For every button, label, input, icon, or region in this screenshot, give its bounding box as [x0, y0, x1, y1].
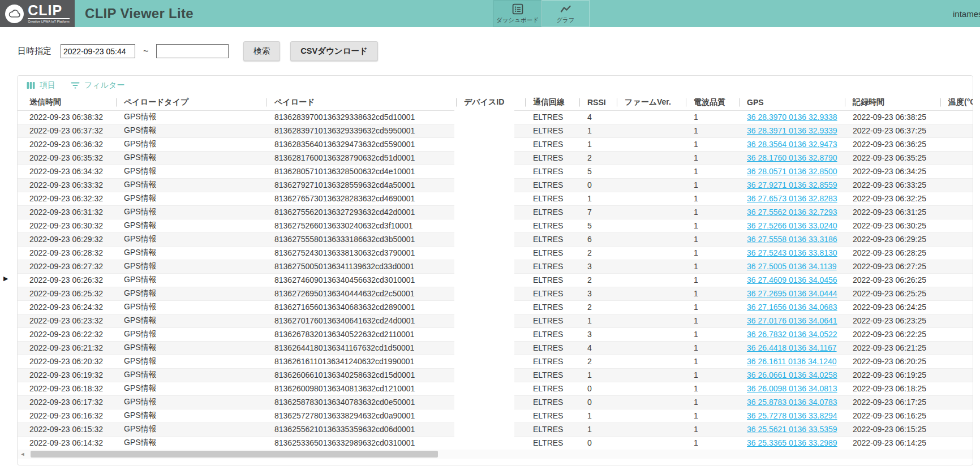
- cell-temp: [940, 287, 973, 300]
- cell-type: GPS情報: [116, 436, 267, 450]
- scroll-left-icon[interactable]: ◄: [18, 451, 28, 457]
- csv-download-button[interactable]: CSVダウンロード: [290, 41, 378, 61]
- gps-link[interactable]: 36 27.5558 0136 33.3186: [747, 235, 837, 244]
- gps-link[interactable]: 36 28.3564 0136 32.9473: [747, 140, 837, 149]
- gps-link[interactable]: 36 27.2695 0136 34.0444: [747, 289, 837, 298]
- gps-link[interactable]: 36 25.5621 0136 33.5359: [747, 425, 837, 434]
- cell-quality: 1: [686, 355, 739, 368]
- gps-link[interactable]: 36 26.4418 0136 34.1167: [747, 343, 837, 352]
- cell-firm: [617, 300, 686, 314]
- gps-link[interactable]: 36 27.0176 0136 34.0641: [747, 316, 837, 325]
- gps-link[interactable]: 36 26.1611 0136 34.1240: [747, 357, 837, 366]
- column-header[interactable]: ファームVer.: [617, 95, 686, 110]
- column-header[interactable]: 記録時間: [845, 95, 940, 110]
- cell-rssi: 6: [579, 232, 617, 246]
- gps-link[interactable]: 36 28.1760 0136 32.8790: [747, 153, 837, 162]
- gps-link[interactable]: 36 27.5005 0136 34.1139: [747, 262, 837, 271]
- cell-recorded: 2022-09-23 06:20:25: [845, 355, 940, 368]
- cell-gps: 36 26.7832 0136 34.0522: [739, 327, 845, 341]
- search-button[interactable]: 検索: [243, 41, 280, 61]
- cell-rssi: 1: [579, 422, 617, 436]
- gps-link[interactable]: 36 27.6573 0136 32.8283: [747, 194, 837, 203]
- tab-dashboard[interactable]: ダッシュボード: [493, 0, 541, 27]
- cell-firm: [617, 219, 686, 232]
- column-header[interactable]: 通信回線: [525, 95, 579, 110]
- cell-send: 2022-09-23 06:15:32: [18, 422, 116, 436]
- page-title: CLIP Viewer Lite: [85, 6, 194, 21]
- cell-line: ELTRES: [525, 355, 579, 368]
- cell-payload: 81362839700136329338632cd5d10001: [267, 110, 456, 124]
- gps-link[interactable]: 36 27.9271 0136 32.8559: [747, 180, 837, 189]
- cell-firm: [617, 273, 686, 287]
- cell-gps: 36 27.5562 0136 32.7293: [739, 205, 845, 219]
- cell-payload: 81362755620136327293632cd42d0001: [267, 205, 456, 219]
- gps-link[interactable]: 36 26.0098 0136 34.0813: [747, 384, 837, 393]
- gps-link[interactable]: 36 26.0661 0136 34.0258: [747, 370, 837, 379]
- gps-link[interactable]: 36 28.3970 0136 32.9338: [747, 113, 837, 122]
- cell-type: GPS情報: [116, 178, 267, 192]
- cell-rssi: 2: [579, 355, 617, 368]
- filter-tool[interactable]: フィルター: [70, 80, 124, 90]
- gps-link[interactable]: 36 27.5562 0136 32.7293: [747, 208, 837, 217]
- column-header[interactable]: ペイロードタイプ: [116, 95, 267, 110]
- tab-graph-label: グラフ: [556, 16, 574, 24]
- cell-quality: 1: [686, 327, 739, 341]
- cell-send: 2022-09-23 06:16:32: [18, 409, 116, 422]
- cell-send: 2022-09-23 06:31:32: [18, 205, 116, 219]
- column-header[interactable]: 電波品質: [686, 95, 739, 110]
- gps-link[interactable]: 36 27.1656 0136 34.0683: [747, 303, 837, 312]
- gps-link[interactable]: 36 27.5266 0136 33.0240: [747, 221, 837, 230]
- cell-recorded: 2022-09-23 06:14:25: [845, 436, 940, 450]
- gps-link[interactable]: 36 28.0571 0136 32.8500: [747, 167, 837, 176]
- gps-link[interactable]: 36 25.8783 0136 34.0783: [747, 398, 837, 407]
- column-header[interactable]: RSSI: [579, 95, 617, 110]
- cell-rssi: 2: [579, 151, 617, 165]
- gps-link[interactable]: 36 27.4609 0136 34.0456: [747, 275, 837, 284]
- cell-gps: 36 28.3564 0136 32.9473: [739, 137, 845, 151]
- cell-gps: 36 27.2695 0136 34.0444: [739, 287, 845, 300]
- drawer-expand-icon[interactable]: ▶: [3, 275, 8, 282]
- cell-gps: 36 27.4609 0136 34.0456: [739, 273, 845, 287]
- cell-line: ELTRES: [525, 409, 579, 422]
- gps-link[interactable]: 36 26.7832 0136 34.0522: [747, 330, 837, 339]
- cell-line: ELTRES: [525, 219, 579, 232]
- horizontal-scrollbar[interactable]: ◄: [18, 450, 973, 459]
- cell-type: GPS情報: [116, 314, 267, 327]
- cell-type: GPS情報: [116, 409, 267, 422]
- grid-viewport: 送信時間ペイロードタイプペイロードデバイスID通信回線RSSIファームVer.電…: [18, 95, 973, 450]
- cell-recorded: 2022-09-23 06:35:25: [845, 151, 940, 165]
- column-header[interactable]: 送信時間: [18, 95, 116, 110]
- gps-link[interactable]: 36 28.3971 0136 32.9339: [747, 126, 837, 135]
- cell-rssi: 1: [579, 124, 617, 137]
- scrollbar-thumb[interactable]: [31, 451, 438, 458]
- cell-type: GPS情報: [116, 260, 267, 273]
- cell-quality: 1: [686, 260, 739, 273]
- app-logo[interactable]: CLIP Creative LPWA IoT Platform: [0, 0, 75, 27]
- gps-link[interactable]: 36 25.3365 0136 33.2989: [747, 438, 837, 447]
- column-header[interactable]: デバイスID: [456, 95, 525, 110]
- cell-temp: [940, 422, 973, 436]
- tab-graph[interactable]: グラフ: [541, 0, 590, 27]
- column-header[interactable]: ペイロード: [267, 95, 456, 110]
- datetime-from-input[interactable]: [61, 44, 135, 58]
- cell-gps: 36 27.1656 0136 34.0683: [739, 300, 845, 314]
- datetime-to-input[interactable]: [156, 44, 229, 58]
- device-id-redaction: [454, 110, 514, 450]
- cell-payload: 81362587830136340783632cd0e50001: [267, 395, 456, 409]
- cell-quality: 1: [686, 300, 739, 314]
- cell-type: GPS情報: [116, 219, 267, 232]
- column-header[interactable]: 温度(°C): [940, 95, 973, 110]
- cell-type: GPS情報: [116, 422, 267, 436]
- cell-firm: [617, 314, 686, 327]
- gps-link[interactable]: 36 25.7278 0136 33.8294: [747, 411, 837, 420]
- cell-firm: [617, 422, 686, 436]
- columns-tool[interactable]: 項目: [27, 80, 55, 90]
- cell-rssi: 0: [579, 436, 617, 450]
- gps-link[interactable]: 36 27.5243 0136 33.8130: [747, 248, 837, 257]
- cell-line: ELTRES: [525, 205, 579, 219]
- cell-firm: [617, 341, 686, 355]
- cell-firm: [617, 287, 686, 300]
- column-header[interactable]: GPS: [739, 95, 845, 110]
- cell-recorded: 2022-09-23 06:28:25: [845, 246, 940, 260]
- cell-quality: 1: [686, 314, 739, 327]
